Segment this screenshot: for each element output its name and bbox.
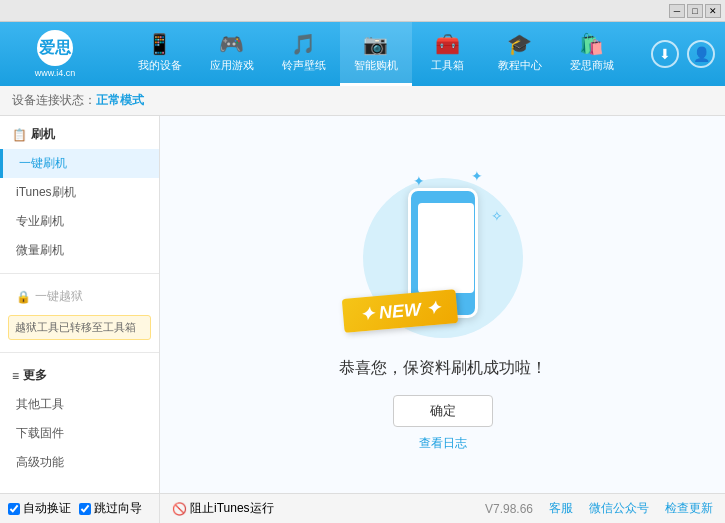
stop-itunes-label: 阻止iTunes运行 bbox=[190, 500, 274, 517]
download-button[interactable]: ⬇ bbox=[651, 40, 679, 68]
sidebar-section-jailbreak: 🔒 一键越狱 越狱工具已转移至工具箱 bbox=[0, 278, 159, 348]
nav-my-device-label: 我的设备 bbox=[138, 58, 182, 73]
nav-ringtone-label: 铃声壁纸 bbox=[282, 58, 326, 73]
sidebar-item-advanced[interactable]: 高级功能 bbox=[0, 448, 159, 477]
success-illustration: ✦ ✦ ✧ ✦ NEW ✦ bbox=[353, 158, 533, 358]
one-click-flash-label: 一键刷机 bbox=[19, 156, 67, 170]
skip-wizard-input[interactable] bbox=[79, 503, 91, 515]
status-value: 正常模式 bbox=[96, 92, 144, 109]
nav-tutorial-label: 教程中心 bbox=[498, 58, 542, 73]
sidebar-item-download-firmware[interactable]: 下载固件 bbox=[0, 419, 159, 448]
skip-wizard-label: 跳过向导 bbox=[94, 500, 142, 517]
nav-love-mall[interactable]: 🛍️ 爱思商城 bbox=[556, 22, 628, 86]
logo-url: www.i4.cn bbox=[35, 68, 76, 78]
sidebar-section-flash: 📋 刷机 一键刷机 iTunes刷机 专业刷机 微量刷机 bbox=[0, 116, 159, 269]
nav-toolbox[interactable]: 🧰 工具箱 bbox=[412, 22, 484, 86]
sidebar: 📋 刷机 一键刷机 iTunes刷机 专业刷机 微量刷机 🔒 一键越狱 bbox=[0, 116, 160, 493]
nav-toolbox-label: 工具箱 bbox=[431, 58, 464, 73]
divider-1 bbox=[0, 273, 159, 274]
minimize-button[interactable]: ─ bbox=[669, 4, 685, 18]
tutorial-icon: 🎓 bbox=[507, 32, 532, 56]
phone-screen bbox=[418, 203, 474, 293]
auto-flash-checkbox[interactable]: 自动换证 bbox=[8, 500, 71, 517]
sidebar-item-pro-flash[interactable]: 专业刷机 bbox=[0, 207, 159, 236]
bottom-right-area: 🚫 阻止iTunes运行 V7.98.66 客服 微信公众号 检查更新 bbox=[160, 494, 725, 523]
goto-daily-link[interactable]: 查看日志 bbox=[419, 435, 467, 452]
nav-bar: 📱 我的设备 🎮 应用游戏 🎵 铃声壁纸 📷 智能购机 🧰 工具箱 🎓 教程中心… bbox=[100, 22, 651, 86]
jailbreak-label: 一键越狱 bbox=[35, 288, 83, 305]
jailbreak-warning-text: 越狱工具已转移至工具箱 bbox=[15, 321, 136, 333]
section-more-header: ≡ 更多 bbox=[0, 361, 159, 390]
auto-flash-label: 自动换证 bbox=[23, 500, 71, 517]
download-firmware-label: 下载固件 bbox=[16, 426, 64, 440]
confirm-button[interactable]: 确定 bbox=[393, 395, 493, 427]
nav-apps-games[interactable]: 🎮 应用游戏 bbox=[196, 22, 268, 86]
stop-itunes-area: 🚫 阻止iTunes运行 bbox=[172, 500, 274, 517]
sparkle-2: ✦ bbox=[471, 168, 483, 184]
jailbreak-header-disabled: 🔒 一键越狱 bbox=[0, 282, 159, 311]
header: 爱思 www.i4.cn 📱 我的设备 🎮 应用游戏 🎵 铃声壁纸 📷 智能购机… bbox=[0, 22, 725, 86]
smart-purchase-icon: 📷 bbox=[363, 32, 388, 56]
sparkle-3: ✧ bbox=[491, 208, 503, 224]
bottom-bar: 自动换证 跳过向导 🚫 阻止iTunes运行 V7.98.66 客服 微信公众号… bbox=[0, 493, 725, 523]
status-label: 设备连接状态： bbox=[12, 92, 96, 109]
flash-section-icon: 📋 bbox=[12, 128, 27, 142]
toolbox-icon: 🧰 bbox=[435, 32, 460, 56]
auto-flash-input[interactable] bbox=[8, 503, 20, 515]
ringtone-icon: 🎵 bbox=[291, 32, 316, 56]
my-device-icon: 📱 bbox=[147, 32, 172, 56]
check-update-link[interactable]: 检查更新 bbox=[665, 500, 713, 517]
sidebar-item-one-click-flash[interactable]: 一键刷机 bbox=[0, 149, 159, 178]
logo-icon: 爱思 bbox=[37, 30, 73, 66]
logo-area[interactable]: 爱思 www.i4.cn bbox=[10, 30, 100, 78]
nav-ringtone-wallpaper[interactable]: 🎵 铃声壁纸 bbox=[268, 22, 340, 86]
flash-section-label: 刷机 bbox=[31, 126, 55, 143]
itunes-flash-label: iTunes刷机 bbox=[16, 185, 76, 199]
bottom-links: V7.98.66 客服 微信公众号 检查更新 bbox=[485, 500, 713, 517]
advanced-label: 高级功能 bbox=[16, 455, 64, 469]
nav-mall-label: 爱思商城 bbox=[570, 58, 614, 73]
nav-smart-purchase-label: 智能购机 bbox=[354, 58, 398, 73]
version-label: V7.98.66 bbox=[485, 502, 533, 516]
sidebar-item-other-tools[interactable]: 其他工具 bbox=[0, 390, 159, 419]
lock-icon: 🔒 bbox=[16, 290, 31, 304]
title-bar: ─ □ ✕ bbox=[0, 0, 725, 22]
divider-2 bbox=[0, 352, 159, 353]
customer-service-link[interactable]: 客服 bbox=[549, 500, 573, 517]
stop-itunes-icon: 🚫 bbox=[172, 502, 187, 516]
wechat-public-link[interactable]: 微信公众号 bbox=[589, 500, 649, 517]
more-icon: ≡ bbox=[12, 369, 19, 383]
nav-tutorial-center[interactable]: 🎓 教程中心 bbox=[484, 22, 556, 86]
pro-flash-label: 专业刷机 bbox=[16, 214, 64, 228]
sidebar-item-micro-flash[interactable]: 微量刷机 bbox=[0, 236, 159, 265]
apps-games-icon: 🎮 bbox=[219, 32, 244, 56]
nav-apps-games-label: 应用游戏 bbox=[210, 58, 254, 73]
mall-icon: 🛍️ bbox=[579, 32, 604, 56]
maximize-button[interactable]: □ bbox=[687, 4, 703, 18]
other-tools-label: 其他工具 bbox=[16, 397, 64, 411]
sidebar-section-more: ≡ 更多 其他工具 下载固件 高级功能 bbox=[0, 357, 159, 481]
micro-flash-label: 微量刷机 bbox=[16, 243, 64, 257]
nav-my-device[interactable]: 📱 我的设备 bbox=[124, 22, 196, 86]
main-content: ✦ ✦ ✧ ✦ NEW ✦ 恭喜您，保资料刷机成功啦！ 确定 查看日志 bbox=[160, 116, 725, 493]
checkbox-row: 自动换证 跳过向导 bbox=[8, 500, 151, 517]
sparkle-1: ✦ bbox=[413, 173, 425, 189]
close-button[interactable]: ✕ bbox=[705, 4, 721, 18]
main-area: 📋 刷机 一键刷机 iTunes刷机 专业刷机 微量刷机 🔒 一键越狱 bbox=[0, 116, 725, 493]
skip-wizard-checkbox[interactable]: 跳过向导 bbox=[79, 500, 142, 517]
nav-smart-purchase[interactable]: 📷 智能购机 bbox=[340, 22, 412, 86]
bottom-left-area: 自动换证 跳过向导 bbox=[0, 494, 160, 523]
section-flash-header: 📋 刷机 bbox=[0, 120, 159, 149]
sidebar-item-itunes-flash[interactable]: iTunes刷机 bbox=[0, 178, 159, 207]
nav-right: ⬇ 👤 bbox=[651, 40, 715, 68]
success-message: 恭喜您，保资料刷机成功啦！ bbox=[339, 358, 547, 379]
jailbreak-warning: 越狱工具已转移至工具箱 bbox=[8, 315, 151, 340]
status-bar: 设备连接状态： 正常模式 bbox=[0, 86, 725, 116]
more-section-label: 更多 bbox=[23, 367, 47, 384]
user-button[interactable]: 👤 bbox=[687, 40, 715, 68]
